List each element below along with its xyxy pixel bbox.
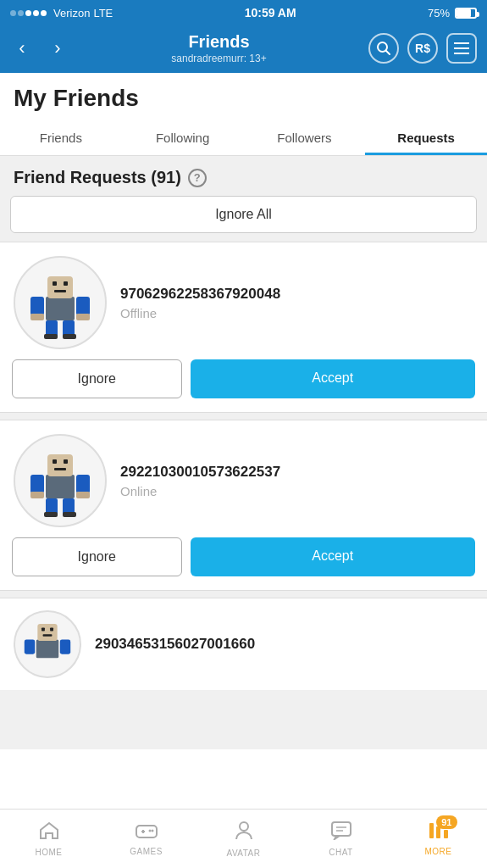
- svg-rect-37: [60, 640, 70, 654]
- battery-percent: 75%: [428, 7, 450, 19]
- svg-rect-29: [44, 512, 58, 517]
- svg-rect-18: [46, 475, 75, 498]
- avatar-partial: [14, 610, 81, 678]
- chat-icon: [331, 821, 351, 845]
- svg-rect-30: [63, 512, 76, 517]
- svg-rect-21: [64, 459, 68, 464]
- svg-rect-38: [136, 826, 157, 837]
- app-header: ‹ › Friends sandradreemurr: 13+ R$: [0, 25, 487, 73]
- svg-rect-12: [30, 314, 44, 320]
- svg-rect-8: [64, 281, 68, 286]
- status-1: Offline: [120, 306, 473, 320]
- svg-rect-17: [63, 334, 76, 339]
- svg-rect-35: [43, 634, 53, 636]
- dot-3: [25, 10, 31, 16]
- header-actions: R$: [368, 33, 477, 64]
- svg-rect-36: [25, 640, 35, 654]
- dot-5: [41, 10, 47, 16]
- nav-home[interactable]: HOME: [0, 810, 97, 868]
- svg-rect-16: [44, 334, 58, 339]
- nav-more[interactable]: 91 MORE: [390, 810, 487, 868]
- svg-rect-10: [30, 297, 44, 315]
- accept-button-1[interactable]: Accept: [191, 359, 476, 398]
- search-icon: [376, 41, 391, 56]
- username-1: 97062962258367920048: [120, 286, 473, 303]
- svg-line-1: [386, 51, 390, 55]
- header-subtitle: sandradreemurr: 13+: [171, 53, 266, 64]
- svg-rect-22: [54, 468, 66, 470]
- battery-fill: [457, 9, 471, 17]
- svg-rect-47: [429, 823, 434, 838]
- nav-games-label: GAMES: [130, 847, 163, 856]
- ignore-all-button[interactable]: Ignore All: [10, 196, 477, 233]
- accept-button-2[interactable]: Accept: [191, 537, 476, 576]
- svg-point-42: [151, 829, 153, 832]
- robux-icon: R$: [415, 42, 430, 55]
- nav-avatar[interactable]: AVATAR: [195, 810, 292, 868]
- svg-rect-20: [53, 459, 57, 464]
- forward-button[interactable]: ›: [46, 37, 69, 59]
- games-icon: [136, 822, 158, 844]
- header-nav: ‹ ›: [10, 37, 69, 59]
- page-title: My Friends: [0, 73, 487, 120]
- header-title-block: Friends sandradreemurr: 13+: [171, 32, 266, 64]
- avatar-2: [14, 434, 107, 527]
- ignore-button-2[interactable]: Ignore: [12, 537, 182, 576]
- user-info-partial: 29034653156027001660: [95, 636, 473, 653]
- roblox-avatar-svg-1: [22, 264, 98, 341]
- carrier-label: Verizon: [53, 7, 90, 19]
- tab-followers[interactable]: Followers: [244, 120, 366, 155]
- menu-button[interactable]: [446, 33, 477, 64]
- svg-rect-6: [47, 276, 73, 298]
- card-info-2: 29221030010573622537 Online: [0, 420, 487, 537]
- help-icon[interactable]: ?: [188, 169, 207, 187]
- svg-rect-23: [30, 475, 44, 493]
- bottom-nav: HOME GAMES AVATAR: [0, 809, 487, 868]
- tab-bar: Friends Following Followers Requests: [0, 120, 487, 156]
- svg-rect-34: [50, 628, 53, 632]
- svg-rect-13: [76, 314, 90, 320]
- battery-icon: [455, 8, 477, 19]
- nav-chat-label: CHAT: [329, 848, 352, 857]
- svg-rect-24: [76, 475, 90, 493]
- dot-1: [10, 10, 16, 16]
- home-icon: [39, 821, 59, 845]
- back-button[interactable]: ‹: [10, 37, 34, 59]
- request-card-2: 29221030010573622537 Online Ignore Accep…: [0, 420, 487, 591]
- ignore-button-1[interactable]: Ignore: [12, 359, 182, 398]
- svg-rect-33: [42, 628, 45, 632]
- nav-chat[interactable]: CHAT: [292, 810, 390, 868]
- svg-rect-11: [76, 297, 90, 315]
- signal-dots: [10, 10, 47, 16]
- menu-icon: [454, 42, 469, 54]
- search-button[interactable]: [368, 33, 399, 64]
- svg-rect-49: [444, 830, 448, 838]
- tab-friends[interactable]: Friends: [0, 120, 122, 155]
- nav-avatar-label: AVATAR: [226, 849, 260, 858]
- username-2: 29221030010573622537: [120, 464, 473, 481]
- robux-button[interactable]: R$: [407, 33, 438, 64]
- request-card-partial: 29034653156027001660: [0, 598, 487, 690]
- svg-point-41: [148, 829, 151, 832]
- tab-requests[interactable]: Requests: [365, 120, 487, 155]
- svg-rect-32: [37, 624, 57, 641]
- nav-more-label: MORE: [425, 847, 452, 856]
- status-2: Online: [120, 484, 473, 498]
- header-title: Friends: [171, 32, 266, 52]
- more-badge: 91: [436, 815, 457, 829]
- nav-games[interactable]: GAMES: [97, 810, 195, 868]
- avatar-icon: [235, 821, 253, 846]
- status-right: 75%: [428, 7, 477, 19]
- network-type: LTE: [93, 7, 113, 19]
- tab-following[interactable]: Following: [122, 120, 244, 155]
- user-info-2: 29221030010573622537 Online: [120, 464, 473, 498]
- svg-rect-25: [30, 492, 44, 498]
- svg-rect-19: [47, 454, 73, 476]
- dot-4: [33, 10, 39, 16]
- svg-rect-31: [36, 640, 58, 659]
- svg-rect-9: [54, 290, 66, 292]
- request-card-1: 97062962258367920048 Offline Ignore Acce…: [0, 242, 487, 413]
- main-content: Friend Requests (91) ? Ignore All: [0, 156, 487, 749]
- status-left: Verizon LTE: [10, 7, 113, 19]
- roblox-avatar-svg-2: [22, 442, 98, 519]
